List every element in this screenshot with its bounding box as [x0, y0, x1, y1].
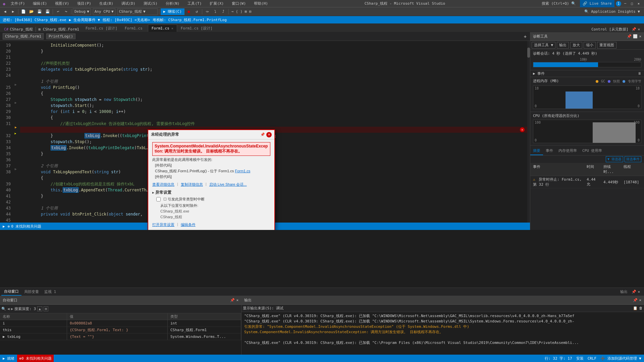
menu-debug[interactable]: 调试(D) [119, 0, 138, 7]
menu-project[interactable]: 项目(P) [74, 0, 94, 7]
save-btn[interactable]: 💾 [36, 8, 43, 15]
edit-condition-link[interactable]: 编辑条件 [181, 222, 196, 227]
tab-events[interactable]: 事件 [543, 147, 556, 155]
view-detail-link[interactable]: 查看详细信息 [152, 182, 174, 187]
dialog-close-btn[interactable]: ✕ [266, 132, 272, 137]
back-btn[interactable]: ◀ [1, 8, 9, 15]
cpu-chart[interactable]: 100 0 100 0 [533, 120, 641, 143]
expand-39[interactable]: ▷ [15, 168, 16, 171]
dialog-pin-btn[interactable]: 📌 [260, 132, 265, 137]
grid-view-btn[interactable]: ⊞ [44, 306, 49, 311]
restart-btn[interactable]: ↺ [193, 8, 201, 15]
pause-btn[interactable]: ⏸ [638, 71, 641, 76]
close-btn2[interactable]: ✕ [638, 290, 640, 294]
output-text[interactable]: "CSharp_线程.exe" (CLR v4.0.30319: CSharp_… [241, 312, 644, 355]
tab-form1-cs-active[interactable]: Form1.cs ✕ [148, 24, 177, 32]
step-over-btn[interactable]: ⤼ [204, 8, 211, 15]
status-error-btn[interactable]: ⊗ 0 未找到相关问题 [8, 224, 42, 229]
platform-dropdown[interactable]: Any CPU ▼ [93, 8, 115, 15]
add-tab-btn[interactable]: + [522, 34, 529, 39]
output-btn[interactable]: 输出 [557, 42, 569, 49]
lifecycle-dropdown[interactable]: ▶ 生命周期事件 ▼ [69, 17, 100, 22]
step-into-btn[interactable]: ⤵ [212, 8, 219, 15]
debug-mode-dropdown[interactable]: Debug ▼ [73, 8, 91, 15]
project-dropdown[interactable]: CSharp_线程 ▼ [117, 8, 158, 15]
settings-title[interactable]: ▸ 异常设置 [152, 190, 270, 195]
control-tab[interactable]: Control [从元数据] [589, 27, 630, 32]
add-source-control-btn[interactable]: ➕ 添加到源代码管理 ▼ [600, 356, 641, 361]
scrollbar-thumb[interactable] [527, 48, 530, 58]
events-expand[interactable]: ▶ 事件 [533, 71, 545, 76]
search-bar[interactable]: 搜索 (Ctrl+Q) 🔍 [539, 1, 579, 6]
break-checkbox[interactable] [156, 197, 161, 201]
autos-row-i[interactable]: i 0x000002a8 int [0, 320, 241, 327]
menu-tools[interactable]: 工具(T) [185, 0, 204, 7]
back-nav-btn[interactable]: ◀ [7, 307, 10, 311]
watch1-tab[interactable]: 监视 1 [42, 288, 59, 296]
maximize-btn[interactable]: □ [629, 1, 635, 6]
new-file-btn[interactable]: 📄 [20, 8, 27, 15]
app-insights-btn[interactable]: 🔍 Application Insights ▼ [582, 9, 643, 14]
locals-tab[interactable]: 局部变量 [21, 288, 42, 296]
copy-output-btn[interactable]: 📋 [633, 306, 638, 310]
menu-edit[interactable]: 编辑(E) [30, 0, 50, 7]
save-all-btn[interactable]: 💾 [44, 8, 51, 15]
output-tab-label[interactable]: 输出 [618, 288, 630, 296]
undo-btn[interactable]: ↩ [54, 8, 62, 15]
tab-form1-design-2[interactable]: Form1.cs [设计] [177, 24, 216, 32]
tab-form1-cs[interactable]: Form1.cs [121, 24, 148, 32]
tab-form1-design-1[interactable]: Form1.cs [设计] [82, 24, 121, 32]
autos-close-btn[interactable]: ✕ [236, 298, 238, 302]
break-on-exception-checkbox[interactable]: ☐ 引发此异常类型时中断 [156, 197, 270, 202]
panel-close-btn[interactable]: ✕ [638, 27, 640, 32]
editor-scrollbar[interactable] [527, 41, 530, 223]
live-share-link[interactable]: 启动 Live Share 会话... [209, 182, 247, 187]
stop-btn[interactable]: ■ [185, 8, 193, 15]
menu-build[interactable]: 生成(B) [97, 0, 116, 7]
tab-memory-usage[interactable]: 内存使用率 [556, 147, 580, 155]
event-row-1[interactable]: ⚠ 异常时停止: Form1.cs, 第 32 行 4.44 允 4.449秒 … [530, 176, 644, 188]
pin-btn2[interactable]: 📌 [632, 290, 636, 294]
autos-tab[interactable]: 自动窗口 [1, 288, 21, 296]
autos-pin-btn[interactable]: 📌 [230, 298, 235, 302]
autos-row-txblog[interactable]: ▶ txbLog {Text = ""} System.Windows.Form… [0, 334, 241, 340]
live-share-btn[interactable]: 🔗 Live Share [580, 0, 614, 7]
filter-btn[interactable]: ▼ 筛选器 [606, 156, 623, 162]
output-pin-btn[interactable]: 📌 [633, 298, 638, 302]
form1-link[interactable]: Form1.cs [235, 169, 250, 173]
tab-cpu-usage[interactable]: CPU 使用率 [580, 147, 605, 155]
pin-btn[interactable]: 📌 [632, 27, 636, 32]
tab-summary[interactable]: 摘要 [530, 147, 543, 155]
open-btn[interactable]: 📂 [28, 8, 35, 15]
copy-detail-link[interactable]: 复制详细信息 [181, 182, 203, 187]
continue-btn[interactable]: ▶ 继续(C) [161, 8, 184, 15]
forward-nav-btn[interactable]: ▶ [11, 307, 13, 311]
error-status[interactable]: ⊗ 0 未找到相关问题 [17, 355, 54, 362]
reset-view-btn[interactable]: 重置视图 [597, 42, 616, 49]
select-tool-btn[interactable]: 选择工具 ▼ [532, 42, 555, 49]
menu-file[interactable]: 文件(F) [8, 0, 28, 7]
select-events-btn[interactable]: 筛选事件 [625, 156, 641, 162]
forward-btn[interactable]: ▶ [9, 8, 17, 15]
step-out-btn[interactable]: ⤴ [220, 8, 227, 15]
minimize-btn[interactable]: ─ [623, 1, 628, 6]
menu-help[interactable]: 帮助(H) [251, 0, 271, 7]
menu-window[interactable]: 窗口(W) [229, 0, 249, 7]
menu-view[interactable]: 视图(V) [52, 0, 72, 7]
class-dropdown[interactable]: CSharp_线程.Form1 [3, 33, 44, 40]
menu-extensions[interactable]: 扩展(X) [207, 0, 226, 7]
expand-30[interactable]: ▷ [15, 101, 16, 104]
depth-up-btn[interactable]: ▲ [37, 306, 42, 311]
close-btn[interactable]: ✕ [636, 1, 641, 6]
expand-25[interactable]: ▷ [15, 83, 16, 86]
menu-analyze[interactable]: 分析(N) [163, 0, 182, 7]
panel-pin-btn[interactable]: 📌 [627, 34, 632, 39]
menu-test[interactable]: 测试(S) [141, 0, 160, 7]
autos-row-this[interactable]: this {CSharp_线程.Form1, Text: } CSharp_线程… [0, 327, 241, 334]
panel-close-btn2[interactable]: ✕ [639, 34, 641, 39]
zoom-out-btn[interactable]: 缩小 [584, 42, 596, 49]
diag-timeline-bar[interactable] [533, 62, 641, 67]
open-exception-settings-link[interactable]: 打开异常设置 [152, 222, 174, 227]
zoom-in-btn[interactable]: 放大 [570, 42, 582, 49]
memory-chart[interactable]: 18 0 18 0 [533, 85, 641, 109]
